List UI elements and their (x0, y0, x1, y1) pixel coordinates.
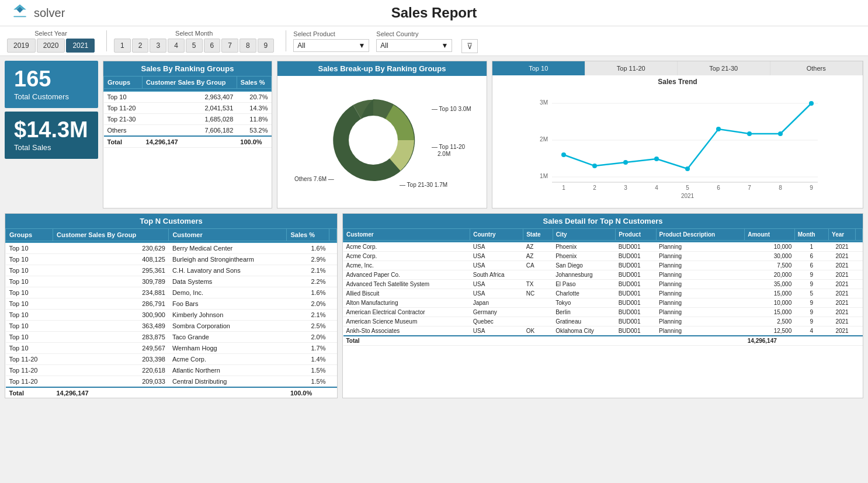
ranking-cell-sales: 2,963,407 (143, 92, 237, 103)
tc-cell-pct: 2.1% (287, 310, 329, 321)
sd-cell-customer: Alton Manufacturing (343, 298, 470, 308)
trend-tab-top2130[interactable]: Top 21-30 (678, 61, 770, 75)
tc-cell-customer: Berry Medical Center (169, 243, 287, 254)
year-2020-button[interactable]: 2020 (37, 39, 65, 53)
sd-cell-product: BUD001 (616, 298, 656, 308)
tc-cell-group: Top 10 (6, 298, 53, 310)
country-select[interactable]: All ▼ (376, 39, 452, 52)
tc-cell-sales: 309,789 (53, 276, 168, 287)
ranking-table-row: Top 11-20 2,041,531 14.3% (104, 103, 272, 114)
trend-tab-top1120[interactable]: Top 11-20 (585, 61, 678, 75)
tc-cell-pct: 2.0% (287, 332, 329, 343)
logo-area: solver (9, 2, 65, 23)
year-2021-button[interactable]: 2021 (66, 39, 95, 53)
tc-cell-sales: 220,618 (53, 365, 168, 376)
ranking-table-body: Top 10 2,963,407 20.7% Top 11-20 2,041,5… (104, 92, 272, 137)
sd-cell-month: 9 (794, 280, 828, 289)
trend-section: Top 10 Top 11-20 Top 21-30 Others Sales … (492, 61, 863, 209)
sd-cell-product: BUD001 (616, 242, 656, 252)
tc-cell-group: Top 10 (6, 310, 53, 321)
month-1-button[interactable]: 1 (114, 39, 131, 53)
sd-cell-desc: Planning (656, 298, 745, 308)
header: solver Sales Report (0, 0, 868, 26)
sd-cell-month: 9 (794, 298, 828, 308)
sales-detail-row: American Electrical Contractor Germany B… (343, 308, 863, 317)
month-9-button[interactable]: 9 (258, 39, 275, 53)
trend-x-year: 2021 (681, 193, 695, 199)
sd-cell-month: 4 (794, 326, 828, 336)
tc-cell-customer: Atlantic Northern (169, 365, 287, 376)
month-5-button[interactable]: 5 (186, 39, 203, 53)
year-2019-button[interactable]: 2019 (7, 39, 36, 53)
sd-cell-product: BUD001 (616, 326, 656, 336)
product-chevron-icon: ▼ (358, 41, 365, 50)
tc-cell-group: Top 11-20 (6, 376, 53, 388)
sd-cell-desc: Planning (656, 317, 745, 326)
month-3-button[interactable]: 3 (150, 39, 166, 53)
trend-tab-others[interactable]: Others (770, 61, 863, 75)
top-customer-row: Top 10 283,875 Taco Grande 2.0% (6, 332, 337, 343)
trend-x-8: 8 (779, 185, 782, 191)
sd-cell-country: USA (470, 289, 523, 298)
trend-point-2 (592, 164, 597, 168)
month-4-button[interactable]: 4 (168, 39, 185, 53)
filter-divider-1 (106, 30, 107, 51)
trend-x-2: 2 (593, 185, 596, 191)
top-customer-row: Top 11-20 220,618 Atlantic Northern 1.5% (6, 365, 337, 376)
tc-cell-customer: Burleigh and Stronginthearm (169, 254, 287, 265)
ranking-total-sales: 14,296,147 (143, 136, 237, 148)
sd-cell-month: 5 (794, 289, 828, 298)
sd-cell-state: AZ (523, 242, 553, 252)
top-customer-row: Top 10 230,629 Berry Medical Center 1.6% (6, 243, 337, 254)
sd-col-city: City (553, 229, 616, 241)
tc-cell-pct: 2.9% (287, 254, 329, 265)
sales-detail-table: Customer Country State City Product Prod… (343, 228, 863, 346)
logo-text: solver (34, 6, 65, 20)
tc-col-pct: Sales % (287, 229, 329, 241)
sd-col-desc: Product Description (656, 229, 745, 241)
svg-rect-3 (13, 16, 26, 17)
filter-clear-button[interactable]: ⊽ (461, 39, 478, 53)
top-customer-row: Top 10 286,791 Foo Bars 2.0% (6, 298, 337, 310)
tc-cell-customer: C.H. Lavatory and Sons (169, 265, 287, 276)
ranking-cell-pct: 20.7% (237, 92, 271, 103)
sd-cell-customer: American Electrical Contractor (343, 308, 470, 317)
sd-cell-amount: 12,500 (745, 326, 794, 336)
ranking-cell-sales: 1,685,028 (143, 114, 237, 125)
month-6-button[interactable]: 6 (204, 39, 221, 53)
trend-x-9: 9 (810, 185, 813, 191)
month-2-button[interactable]: 2 (132, 39, 149, 53)
sd-cell-customer: Ankh-Sto Associates (343, 326, 470, 336)
sd-cell-product: BUD001 (616, 261, 656, 270)
sd-cell-amount: 2,500 (745, 317, 794, 326)
top-customers-scroll[interactable]: Groups Customer Sales By Group Customer … (5, 228, 337, 398)
tc-cell-pct: 2.5% (287, 321, 329, 332)
tc-cell-sales: 408,125 (53, 254, 168, 265)
sales-detail-body: Acme Corp. USA AZ Phoenix BUD001 Plannin… (343, 242, 863, 336)
sales-detail-row: Alton Manufacturing Japan Tokyo BUD001 P… (343, 298, 863, 308)
sd-cell-product: BUD001 (616, 280, 656, 289)
top-customers-section: Top N Customers Groups Customer Sales By… (5, 213, 338, 398)
sd-cell-year: 2021 (829, 298, 856, 308)
sales-detail-scroll[interactable]: Customer Country State City Product Prod… (343, 228, 863, 346)
donut-chart-inner: — Top 10 3.0M — Top 11-20 2.0M Others 7.… (277, 76, 487, 204)
donut-svg: — Top 10 3.0M — Top 11-20 2.0M Others 7.… (283, 79, 481, 201)
ranking-table: Groups Customer Sales By Group Sales % T… (103, 76, 272, 148)
sales-detail-row: American Science Museum Quebec Gratineau… (343, 317, 863, 326)
month-8-button[interactable]: 8 (239, 39, 256, 53)
donut-label-others: Others 7.6M — (294, 176, 334, 182)
sd-total-amount: 14,296,147 (745, 336, 794, 346)
tc-col-group: Groups (6, 229, 53, 241)
sd-cell-city: Phoenix (553, 252, 616, 261)
month-7-button[interactable]: 7 (221, 39, 238, 53)
sd-cell-product: BUD001 (616, 289, 656, 298)
trend-x-7: 7 (748, 185, 751, 191)
product-select[interactable]: All ▼ (293, 39, 369, 52)
ranking-cell-group: Top 10 (104, 92, 143, 103)
tc-cell-group: Top 10 (6, 254, 53, 265)
sd-cell-amount: 35,000 (745, 280, 794, 289)
sd-cell-desc: Planning (656, 289, 745, 298)
sd-cell-country: Germany (470, 308, 523, 317)
ranking-table-section: Sales By Ranking Groups Groups Customer … (103, 61, 272, 209)
trend-tab-top10[interactable]: Top 10 (492, 61, 585, 75)
